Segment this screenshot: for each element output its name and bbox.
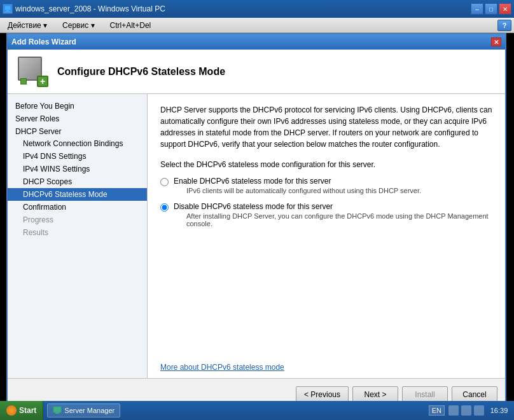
close-button[interactable]: ✕ [499, 3, 511, 15]
radio-group: Enable DHCPv6 stateless mode for this se… [160, 177, 492, 227]
wizard-step-title: Configure DHCPv6 Stateless Mode [57, 66, 225, 78]
next-button[interactable]: Next > [352, 386, 398, 403]
svg-rect-0 [4, 6, 11, 10]
svg-rect-3 [53, 407, 61, 412]
radio-disable[interactable] [160, 203, 169, 212]
help-button[interactable]: ? [497, 20, 511, 31]
language-indicator: EN [429, 405, 445, 416]
content-description: DHCP Server supports the DHCPv6 protocol… [160, 104, 492, 150]
wizard-window: Add Roles Wizard ✕ + Configure DHCPv6 St… [6, 33, 506, 411]
wizard-close-button[interactable]: ✕ [491, 37, 501, 46]
nav-dhcp-server[interactable]: DHCP Server [8, 125, 147, 137]
title-bar-buttons: – □ ✕ [471, 3, 511, 15]
previous-button[interactable]: < Previous [296, 386, 349, 403]
nav-progress[interactable]: Progress [8, 213, 147, 226]
menu-ctrl-alt-del[interactable]: Ctrl+Alt+Del [105, 20, 156, 31]
taskbar: Start Server Manager EN 16:39 [0, 401, 514, 420]
app-icon [3, 4, 13, 14]
system-tray [448, 405, 484, 416]
radio-disable-label[interactable]: Disable DHCPv6 stateless mode for this s… [174, 202, 333, 211]
taskbar-items: Server Manager [43, 403, 424, 417]
wizard-content: DHCP Server supports the DHCPv6 protocol… [148, 94, 505, 378]
nav-results[interactable]: Results [8, 226, 147, 239]
wizard-title-bar: Add Roles Wizard ✕ [8, 34, 505, 50]
tray-icon-2 [461, 405, 471, 416]
taskbar-right: EN 16:39 [425, 405, 514, 416]
wizard-window-title: Add Roles Wizard [11, 37, 76, 46]
minimize-button[interactable]: – [471, 3, 483, 15]
select-mode-label: Select the DHCPv6 stateless mode configu… [160, 160, 492, 169]
svg-rect-4 [55, 412, 59, 414]
taskbar-server-manager[interactable]: Server Manager [47, 403, 120, 417]
nav-ipv4-wins[interactable]: IPv4 WINS Settings [8, 163, 147, 175]
title-bar: windows_server_2008 - Windows Virtual PC… [0, 0, 514, 18]
nav-confirmation[interactable]: Confirmation [8, 201, 147, 213]
radio-option-enable: Enable DHCPv6 stateless mode for this se… [160, 177, 492, 194]
install-button[interactable]: Install [402, 386, 448, 403]
nav-dhcp-scopes[interactable]: DHCP Scopes [8, 175, 147, 188]
nav-before-you-begin[interactable]: Before You Begin [8, 99, 147, 112]
radio-option-disable: Disable DHCPv6 stateless mode for this s… [160, 202, 492, 227]
maximize-button[interactable]: □ [485, 3, 497, 15]
wizard-header-icon: + [18, 57, 48, 87]
more-link[interactable]: More about DHCPv6 stateless mode [160, 363, 284, 372]
radio-enable-label[interactable]: Enable DHCPv6 stateless mode for this se… [174, 177, 331, 186]
radio-disable-sublabel: After installing DHCP Server, you can co… [186, 212, 492, 227]
menu-action[interactable]: Действие ▾ [3, 20, 52, 31]
menu-bar: Действие ▾ Сервис ▾ Ctrl+Alt+Del ? [0, 18, 514, 33]
radio-enable[interactable] [160, 178, 169, 186]
start-icon [6, 405, 17, 416]
wizard-nav: Before You Begin Server Roles DHCP Serve… [8, 94, 148, 378]
nav-dhcpv6-stateless[interactable]: DHCPv6 Stateless Mode [8, 188, 147, 201]
svg-rect-2 [5, 11, 10, 12]
more-link-container: More about DHCPv6 stateless mode [160, 358, 284, 372]
cancel-button[interactable]: Cancel [452, 386, 497, 403]
wizard-body: Before You Begin Server Roles DHCP Serve… [8, 94, 505, 378]
wizard-header: + Configure DHCPv6 Stateless Mode [8, 50, 505, 94]
svg-rect-1 [6, 10, 9, 11]
radio-enable-sublabel: IPv6 clients will be automatically confi… [186, 187, 421, 194]
nav-ipv4-dns[interactable]: IPv4 DNS Settings [8, 150, 147, 163]
nav-server-roles[interactable]: Server Roles [8, 112, 147, 125]
start-button[interactable]: Start [0, 401, 43, 420]
tray-icon-1 [448, 405, 459, 416]
clock: 16:39 [488, 407, 510, 414]
window-title: windows_server_2008 - Windows Virtual PC [15, 4, 165, 13]
nav-network-bindings[interactable]: Network Connection Bindings [8, 137, 147, 150]
add-icon: + [37, 76, 48, 87]
title-bar-left: windows_server_2008 - Windows Virtual PC [3, 4, 165, 14]
menu-service[interactable]: Сервис ▾ [57, 20, 99, 31]
tray-icon-3 [474, 405, 484, 416]
